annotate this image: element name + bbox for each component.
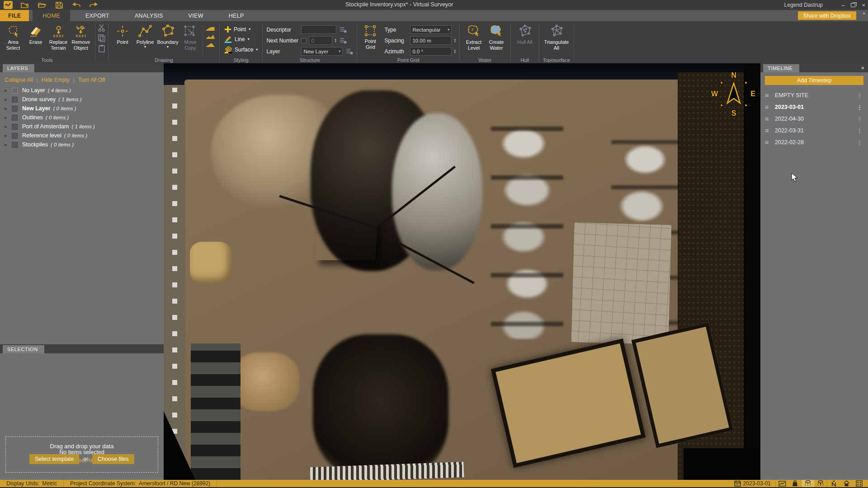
style-point-button[interactable]: Point ▾ — [224, 26, 258, 33]
choose-files-button[interactable]: Choose files — [92, 454, 134, 464]
layer-row-port-of-amsterdam[interactable]: ▶ Port of Amsterdam ( 1 items ) — [0, 122, 164, 131]
tab-home[interactable]: HOME — [33, 10, 70, 21]
restore-button[interactable] — [851, 3, 855, 7]
next-number-spinner[interactable]: ▴▾ — [335, 38, 336, 42]
layer-row-drone-survey[interactable]: ▶ Drone survey ( 1 items ) — [0, 95, 164, 104]
triangulate-all-button[interactable]: Triangulate All — [542, 23, 571, 56]
light-rays-down-button[interactable] — [802, 480, 814, 487]
cut-button[interactable] — [98, 23, 106, 32]
tab-timeline[interactable]: TIMELINE — [763, 64, 799, 72]
light-rays-up-button[interactable] — [814, 480, 827, 487]
azimuth-spinner[interactable]: ▴▾ — [454, 49, 456, 53]
tab-help[interactable]: HELP — [222, 10, 251, 21]
kebab-menu-icon[interactable]: ⋮ — [857, 92, 863, 99]
kebab-menu-icon[interactable]: ⋮ — [857, 104, 863, 111]
paste-button[interactable] — [98, 44, 106, 52]
redo-button[interactable] — [89, 1, 99, 9]
tab-analysis[interactable]: ANALYSIS — [127, 10, 170, 21]
move-copy-button[interactable]: Move Copy — [179, 23, 202, 56]
descriptor-list-icon[interactable] — [340, 27, 347, 33]
next-number-checkbox[interactable] — [301, 38, 307, 43]
draw-boundary-button[interactable]: Boundary ▾ — [156, 23, 179, 56]
drag-handle-icon[interactable]: ≡ — [765, 127, 775, 134]
point-grid-button[interactable]: Point Grid — [360, 23, 381, 56]
save-button[interactable] — [54, 1, 64, 9]
spacing-spinner[interactable]: ▴▾ — [454, 38, 456, 42]
kebab-menu-icon[interactable]: ⋮ — [857, 139, 863, 146]
kebab-menu-icon[interactable]: ⋮ — [857, 116, 863, 122]
drag-handle-icon[interactable]: ≡ — [765, 92, 775, 99]
expand-arrow-icon[interactable]: ▶ — [5, 143, 12, 147]
type-dropdown[interactable]: Rectangular ▾ — [410, 25, 452, 34]
layer-row-stockpiles[interactable]: ▶ Stockpiles ( 0 items ) — [0, 140, 164, 149]
account-name[interactable]: Legend Dastrup — [784, 2, 823, 8]
north-up-button[interactable] — [827, 480, 840, 487]
style-surface-button[interactable]: Surface ▾ — [224, 46, 258, 53]
next-number-list-icon[interactable] — [340, 38, 347, 44]
drag-handle-icon[interactable]: ≡ — [765, 139, 775, 146]
layer-visibility-checkbox[interactable] — [12, 88, 18, 94]
open-project-button[interactable] — [37, 1, 47, 9]
close-icon[interactable]: × — [861, 65, 864, 71]
drag-drop-zone[interactable]: Drag and drop your data Select template … — [5, 436, 158, 473]
layer-visibility-checkbox[interactable] — [12, 115, 18, 121]
map-viewport[interactable]: N S W E — [164, 63, 760, 480]
hull-all-button[interactable]: Hull All — [514, 23, 536, 56]
current-timestep-date[interactable]: 2023-03-01 — [730, 480, 775, 487]
layer-row-outlines[interactable]: ▶ Outlines ( 0 items ) — [0, 113, 164, 122]
layer-visibility-checkbox[interactable] — [12, 106, 18, 112]
expand-arrow-icon[interactable]: ▶ — [5, 125, 12, 129]
compass-rose[interactable]: N S W E — [713, 73, 755, 115]
expand-arrow-icon[interactable]: ▶ — [5, 98, 12, 102]
timestep-2022-03-31[interactable]: ≡ 2022-03-31 ⋮ — [765, 125, 863, 136]
remove-object-button[interactable]: Remove Object — [70, 23, 92, 56]
slope-tool-3[interactable] — [205, 42, 215, 48]
create-water-button[interactable]: Create Water — [485, 23, 508, 56]
area-select-button[interactable]: Area Select — [2, 23, 24, 56]
collapse-all-link[interactable]: Collapse All — [5, 77, 33, 83]
timestep-empty-site[interactable]: ≡ EMPTY SITE ⋮ — [765, 89, 863, 101]
drag-handle-icon[interactable]: ≡ — [765, 115, 775, 122]
layer-row-no-layer[interactable]: ▶ No Layer ( 4 items ) — [0, 86, 164, 95]
copy-button[interactable] — [98, 34, 106, 42]
azimuth-input[interactable]: 0.0 ° — [410, 47, 452, 56]
tab-file[interactable]: FILE — [0, 10, 29, 21]
draw-polyline-button[interactable]: Polyline ▾ — [134, 23, 156, 56]
slope-tool-1[interactable] — [205, 25, 215, 32]
descriptor-input[interactable] — [301, 25, 336, 34]
expand-arrow-icon[interactable]: ▶ — [5, 134, 12, 138]
fullscreen-button[interactable] — [853, 480, 865, 487]
style-line-button[interactable]: Line ▾ — [224, 36, 258, 43]
next-number-input[interactable]: 0 — [309, 36, 332, 45]
replace-terrain-button[interactable]: Replace Terrain — [47, 23, 70, 56]
extract-level-button[interactable]: z Extract Level — [462, 23, 485, 56]
chart-view-button[interactable] — [776, 480, 788, 487]
share-with-dropbox-button[interactable]: Share with Dropbox — [798, 11, 856, 20]
layer-row-new-layer[interactable]: ▶ New Layer ( 0 items ) — [0, 104, 164, 113]
tab-layers[interactable]: LAYERS — [3, 64, 34, 72]
project-coordinate-system[interactable]: Project Coordinate System: Amersfoort / … — [64, 480, 217, 487]
tab-selection[interactable]: SELECTION — [3, 345, 44, 353]
slope-tool-2[interactable] — [205, 33, 215, 40]
new-project-button[interactable] — [20, 1, 30, 9]
drag-handle-icon[interactable]: ≡ — [765, 103, 775, 111]
expand-arrow-icon[interactable]: ▶ — [5, 107, 12, 111]
collapse-ribbon-button[interactable]: ^ — [863, 11, 865, 18]
turn-all-off-link[interactable]: Turn All Off — [78, 77, 105, 83]
layer-dropdown[interactable]: New Layer ▾ — [301, 47, 343, 56]
layer-visibility-checkbox[interactable] — [12, 133, 18, 139]
tab-export[interactable]: EXPORT — [78, 10, 117, 21]
layer-visibility-checkbox[interactable] — [12, 142, 18, 148]
weight-tool-button[interactable] — [788, 480, 801, 487]
tab-view[interactable]: VIEW — [181, 10, 211, 21]
layer-row-reference-level[interactable]: ▶ Reference level ( 0 items ) — [0, 131, 164, 140]
layer-visibility-checkbox[interactable] — [12, 97, 18, 103]
timestep-2022-04-30[interactable]: ≡ 2022-04-30 ⋮ — [765, 113, 863, 125]
timestep-2022-02-28[interactable]: ≡ 2022-02-28 ⋮ — [765, 136, 863, 148]
timestep-2023-03-01[interactable]: ≡ 2023-03-01 ⋮ — [765, 101, 863, 113]
expand-arrow-icon[interactable]: ▶ — [5, 89, 12, 93]
hide-empty-link[interactable]: Hide Empty — [42, 77, 70, 83]
add-timestep-button[interactable]: Add Timestep — [765, 76, 863, 85]
spacing-input[interactable]: 10.00 m — [410, 36, 452, 45]
select-template-button[interactable]: Select template — [29, 454, 79, 464]
